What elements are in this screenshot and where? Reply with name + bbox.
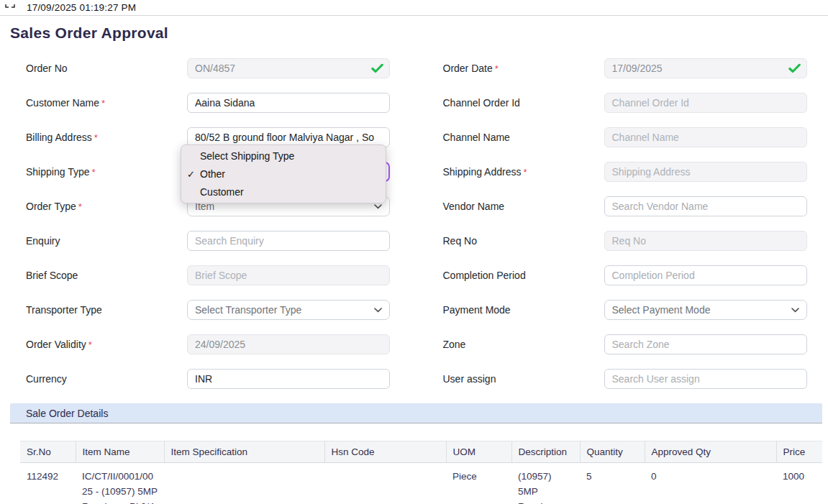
option-text: Select Shipping Type [200, 150, 294, 162]
option-text: Other [200, 168, 225, 180]
field-shipping-type: Shipping Type* Other Select Shipping Typ… [26, 162, 410, 182]
field-user-assign: User assign [443, 369, 823, 389]
label-text: Currency [26, 373, 67, 385]
col-quantity: Quantity [580, 441, 645, 463]
col-item-specification: Item Specification [164, 441, 324, 463]
order-no-input [187, 58, 390, 78]
required-asterisk: * [78, 201, 82, 212]
order-type-label: Order Type* [26, 201, 187, 212]
dropdown-option-customer[interactable]: Customer [181, 183, 386, 201]
col-uom: UOM [446, 441, 511, 463]
transporter-type-label: Transporter Type [26, 304, 187, 316]
order-items-table-wrap: Sr.No Item Name Item Specification Hsn C… [20, 441, 822, 504]
table-header-row: Sr.No Item Name Item Specification Hsn C… [20, 441, 822, 463]
required-asterisk: * [88, 339, 92, 350]
zone-input[interactable] [604, 334, 807, 354]
timestamp: 17/09/2025 01:19:27 PM [27, 2, 136, 13]
order-form: Order No Customer Name* Billing Address*… [0, 58, 828, 403]
user-assign-input[interactable] [604, 369, 807, 389]
required-asterisk: * [91, 167, 95, 178]
completion-period-input[interactable] [604, 265, 807, 285]
sale-order-details-header: Sale Order Details [10, 403, 822, 423]
order-date-label: Order Date* [443, 63, 604, 74]
col-hsn-code: Hsn Code [324, 441, 446, 463]
field-zone: Zone [443, 334, 823, 354]
field-order-no: Order No [26, 58, 410, 78]
label-text: Zone [443, 339, 466, 350]
shipping-type-label: Shipping Type* [26, 166, 187, 178]
dropdown-option-select-shipping-type[interactable]: Select Shipping Type [181, 147, 386, 165]
form-right-column: Order Date* Channel Order Id Channel Nam… [439, 58, 823, 403]
shipping-type-dropdown: Select Shipping Type ✓Other Customer [181, 145, 386, 203]
customer-name-input[interactable] [187, 93, 390, 113]
cell-approved-qty: 0 [645, 463, 776, 504]
order-no-label: Order No [26, 63, 187, 74]
order-items-table: Sr.No Item Name Item Specification Hsn C… [20, 441, 822, 504]
cell-uom: Piece [446, 463, 511, 504]
currency-label: Currency [26, 373, 187, 385]
label-text: Transporter Type [26, 304, 102, 316]
field-vendor-name: Vendor Name [443, 196, 823, 216]
field-currency: Currency [26, 369, 410, 389]
enquiry-label: Enquiry [26, 235, 187, 247]
field-customer-name: Customer Name* [26, 93, 410, 113]
vendor-name-label: Vendor Name [443, 201, 604, 212]
channel-name-input [604, 127, 807, 147]
dropdown-option-other[interactable]: ✓Other [181, 165, 386, 183]
field-shipping-address: Shipping Address* [443, 162, 823, 182]
field-brief-scope: Brief Scope [26, 265, 410, 285]
enquiry-input[interactable] [187, 231, 390, 251]
page-title: Sales Order Approval [10, 24, 828, 42]
brief-scope-input [187, 265, 390, 285]
label-text: Brief Scope [26, 270, 78, 281]
label-text: User assign [443, 373, 496, 385]
zone-label: Zone [443, 339, 604, 350]
required-asterisk: * [523, 167, 527, 178]
fullscreen-icon[interactable] [4, 2, 16, 11]
vendor-name-input[interactable] [604, 196, 807, 216]
cell-price: 1000 [776, 463, 822, 504]
chevron-down-icon [374, 308, 382, 313]
label-text: Enquiry [26, 235, 60, 247]
shipping-address-input [604, 162, 807, 182]
req-no-input [604, 231, 807, 251]
field-channel-order-id: Channel Order Id [443, 93, 823, 113]
col-sr-no: Sr.No [20, 441, 76, 463]
req-no-label: Req No [443, 235, 604, 247]
cell-quantity: 5 [580, 463, 645, 504]
cell-sr-no: 112492 [20, 463, 76, 504]
field-req-no: Req No [443, 231, 823, 251]
payment-mode-label: Payment Mode [443, 304, 604, 316]
label-text: Completion Period [443, 270, 526, 281]
col-approved-qty: Approved Qty [645, 441, 776, 463]
label-text: Shipping Address [443, 166, 522, 178]
label-text: Order Validity [26, 339, 86, 350]
order-validity-label: Order Validity* [26, 339, 187, 350]
label-text: Customer Name [26, 97, 99, 109]
field-payment-mode: Payment Mode Select Payment Mode [443, 300, 823, 320]
field-channel-name: Channel Name [443, 127, 823, 147]
table-row: 112492 IC/CT/II/0001/0025 - (10957) 5MP … [20, 463, 822, 504]
form-left-column: Order No Customer Name* Billing Address*… [26, 58, 410, 403]
channel-order-id-input [604, 93, 807, 113]
select-value: Select Transporter Type [195, 304, 301, 316]
cell-hsn-code [324, 463, 446, 504]
label-text: Billing Address [26, 132, 92, 143]
option-text: Customer [200, 186, 244, 198]
valid-check-icon [371, 64, 383, 73]
payment-mode-select[interactable]: Select Payment Mode [604, 300, 807, 320]
label-text: Shipping Type [26, 166, 89, 178]
cell-item-name: IC/CT/II/0001/0025 - (10957) 5MP Raspber… [76, 463, 164, 504]
billing-address-label: Billing Address* [26, 132, 187, 143]
label-text: Order Date [443, 63, 493, 74]
label-text: Channel Name [443, 132, 510, 143]
transporter-type-select[interactable]: Select Transporter Type [187, 300, 390, 320]
required-asterisk: * [495, 63, 499, 74]
field-order-date: Order Date* [443, 58, 823, 78]
currency-input[interactable] [187, 369, 390, 389]
label-text: Req No [443, 235, 477, 247]
label-text: Vendor Name [443, 201, 505, 212]
cell-item-specification [164, 463, 324, 504]
label-text: Order Type [26, 201, 76, 212]
customer-name-label: Customer Name* [26, 97, 187, 109]
